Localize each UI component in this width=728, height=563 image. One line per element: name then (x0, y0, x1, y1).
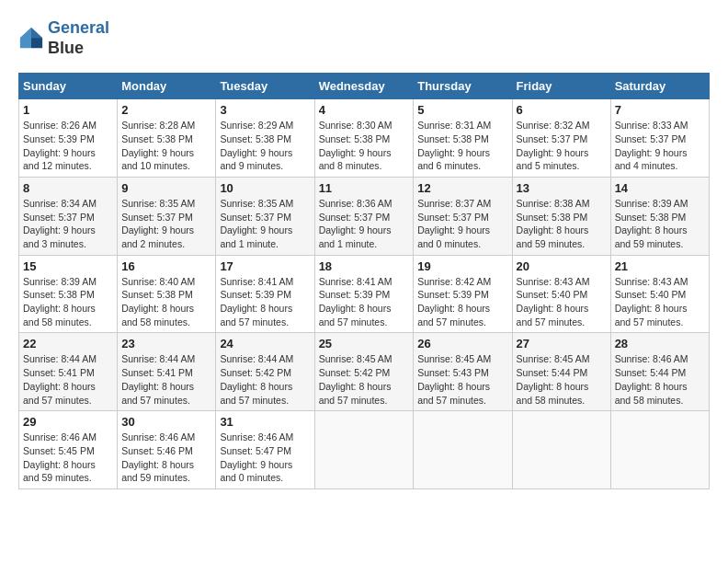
svg-marker-0 (31, 27, 42, 37)
day-number: 8 (23, 181, 113, 195)
day-info: Sunrise: 8:44 AMSunset: 5:41 PMDaylight:… (23, 352, 113, 407)
day-info: Sunrise: 8:46 AMSunset: 5:45 PMDaylight:… (23, 431, 113, 485)
page-header: GeneralBlue (18, 18, 710, 58)
calendar-cell: 9Sunrise: 8:35 AMSunset: 5:37 PMDaylight… (118, 177, 216, 255)
day-info: Sunrise: 8:39 AMSunset: 5:38 PMDaylight:… (23, 275, 113, 329)
calendar-cell: 10Sunrise: 8:35 AMSunset: 5:37 PMDayligh… (216, 177, 314, 255)
calendar-cell: 1Sunrise: 8:26 AMSunset: 5:39 PMDaylight… (19, 99, 118, 178)
calendar-cell: 31Sunrise: 8:46 AMSunset: 5:47 PMDayligh… (216, 411, 314, 489)
calendar-cell (414, 411, 512, 489)
calendar-cell (314, 411, 414, 489)
calendar-cell: 5Sunrise: 8:31 AMSunset: 5:38 PMDaylight… (414, 99, 512, 178)
day-number: 21 (615, 259, 705, 273)
calendar-cell: 28Sunrise: 8:46 AMSunset: 5:44 PMDayligh… (610, 333, 709, 411)
day-number: 7 (615, 103, 705, 117)
calendar-cell: 30Sunrise: 8:46 AMSunset: 5:46 PMDayligh… (118, 411, 216, 489)
day-number: 29 (23, 415, 113, 429)
day-header-thursday: Thursday (414, 74, 512, 99)
day-info: Sunrise: 8:26 AMSunset: 5:39 PMDaylight:… (23, 119, 113, 173)
day-number: 14 (615, 181, 705, 195)
day-number: 31 (220, 415, 310, 429)
day-number: 18 (319, 259, 410, 273)
day-info: Sunrise: 8:46 AMSunset: 5:47 PMDaylight:… (220, 431, 310, 485)
calendar-cell (610, 411, 709, 489)
svg-marker-1 (31, 38, 42, 48)
day-number: 24 (220, 337, 310, 350)
calendar-cell: 13Sunrise: 8:38 AMSunset: 5:38 PMDayligh… (512, 177, 610, 255)
day-number: 4 (319, 103, 410, 117)
day-info: Sunrise: 8:36 AMSunset: 5:37 PMDaylight:… (319, 197, 410, 251)
day-number: 10 (220, 181, 310, 195)
calendar-cell: 24Sunrise: 8:44 AMSunset: 5:42 PMDayligh… (216, 333, 314, 411)
day-number: 19 (417, 259, 507, 273)
day-number: 16 (121, 259, 211, 273)
logo-icon (18, 26, 44, 52)
calendar-cell: 22Sunrise: 8:44 AMSunset: 5:41 PMDayligh… (19, 333, 118, 411)
day-header-monday: Monday (118, 74, 216, 99)
day-header-tuesday: Tuesday (216, 74, 314, 99)
day-number: 12 (417, 181, 507, 195)
calendar-cell: 18Sunrise: 8:41 AMSunset: 5:39 PMDayligh… (314, 255, 414, 333)
day-number: 25 (319, 337, 410, 350)
day-info: Sunrise: 8:44 AMSunset: 5:42 PMDaylight:… (220, 352, 310, 407)
day-info: Sunrise: 8:44 AMSunset: 5:41 PMDaylight:… (121, 352, 211, 407)
svg-marker-2 (20, 27, 31, 47)
day-number: 23 (121, 337, 211, 350)
calendar-cell: 7Sunrise: 8:33 AMSunset: 5:37 PMDaylight… (610, 99, 709, 178)
calendar-cell: 8Sunrise: 8:34 AMSunset: 5:37 PMDaylight… (19, 177, 118, 255)
calendar-cell: 26Sunrise: 8:45 AMSunset: 5:43 PMDayligh… (414, 333, 512, 411)
calendar-cell: 23Sunrise: 8:44 AMSunset: 5:41 PMDayligh… (118, 333, 216, 411)
day-info: Sunrise: 8:45 AMSunset: 5:44 PMDaylight:… (517, 352, 607, 407)
day-number: 26 (417, 337, 507, 350)
day-info: Sunrise: 8:34 AMSunset: 5:37 PMDaylight:… (23, 197, 113, 251)
day-info: Sunrise: 8:46 AMSunset: 5:44 PMDaylight:… (615, 352, 705, 407)
day-info: Sunrise: 8:41 AMSunset: 5:39 PMDaylight:… (319, 275, 410, 329)
day-info: Sunrise: 8:45 AMSunset: 5:42 PMDaylight:… (319, 352, 410, 407)
calendar-cell: 6Sunrise: 8:32 AMSunset: 5:37 PMDaylight… (512, 99, 610, 178)
day-info: Sunrise: 8:31 AMSunset: 5:38 PMDaylight:… (417, 119, 507, 173)
calendar-cell: 12Sunrise: 8:37 AMSunset: 5:37 PMDayligh… (414, 177, 512, 255)
logo: GeneralBlue (18, 18, 109, 58)
day-info: Sunrise: 8:41 AMSunset: 5:39 PMDaylight:… (220, 275, 310, 329)
day-number: 15 (23, 259, 113, 273)
logo-text: GeneralBlue (48, 18, 109, 58)
day-header-wednesday: Wednesday (314, 74, 414, 99)
day-number: 17 (220, 259, 310, 273)
day-number: 6 (517, 103, 607, 117)
calendar-cell: 19Sunrise: 8:42 AMSunset: 5:39 PMDayligh… (414, 255, 512, 333)
day-number: 3 (220, 103, 310, 117)
calendar-cell: 15Sunrise: 8:39 AMSunset: 5:38 PMDayligh… (19, 255, 118, 333)
calendar-cell: 25Sunrise: 8:45 AMSunset: 5:42 PMDayligh… (314, 333, 414, 411)
calendar-cell: 21Sunrise: 8:43 AMSunset: 5:40 PMDayligh… (610, 255, 709, 333)
calendar-table: SundayMondayTuesdayWednesdayThursdayFrid… (18, 73, 710, 489)
day-info: Sunrise: 8:43 AMSunset: 5:40 PMDaylight:… (517, 275, 607, 329)
day-number: 28 (615, 337, 705, 350)
day-info: Sunrise: 8:38 AMSunset: 5:38 PMDaylight:… (517, 197, 607, 251)
calendar-cell: 17Sunrise: 8:41 AMSunset: 5:39 PMDayligh… (216, 255, 314, 333)
day-number: 11 (319, 181, 410, 195)
calendar-cell: 2Sunrise: 8:28 AMSunset: 5:38 PMDaylight… (118, 99, 216, 178)
day-info: Sunrise: 8:45 AMSunset: 5:43 PMDaylight:… (417, 352, 507, 407)
calendar-cell (512, 411, 610, 489)
day-info: Sunrise: 8:30 AMSunset: 5:38 PMDaylight:… (319, 119, 410, 173)
calendar-cell: 11Sunrise: 8:36 AMSunset: 5:37 PMDayligh… (314, 177, 414, 255)
day-info: Sunrise: 8:28 AMSunset: 5:38 PMDaylight:… (121, 119, 211, 173)
calendar-cell: 4Sunrise: 8:30 AMSunset: 5:38 PMDaylight… (314, 99, 414, 178)
day-number: 5 (417, 103, 507, 117)
day-number: 13 (517, 181, 607, 195)
day-number: 9 (121, 181, 211, 195)
calendar-cell: 3Sunrise: 8:29 AMSunset: 5:38 PMDaylight… (216, 99, 314, 178)
day-info: Sunrise: 8:37 AMSunset: 5:37 PMDaylight:… (417, 197, 507, 251)
calendar-cell: 14Sunrise: 8:39 AMSunset: 5:38 PMDayligh… (610, 177, 709, 255)
day-number: 1 (23, 103, 113, 117)
day-info: Sunrise: 8:32 AMSunset: 5:37 PMDaylight:… (517, 119, 607, 173)
day-number: 2 (121, 103, 211, 117)
day-number: 27 (517, 337, 607, 350)
day-header-friday: Friday (512, 74, 610, 99)
calendar-cell: 27Sunrise: 8:45 AMSunset: 5:44 PMDayligh… (512, 333, 610, 411)
day-header-saturday: Saturday (610, 74, 709, 99)
day-info: Sunrise: 8:35 AMSunset: 5:37 PMDaylight:… (220, 197, 310, 251)
day-info: Sunrise: 8:29 AMSunset: 5:38 PMDaylight:… (220, 119, 310, 173)
day-number: 22 (23, 337, 113, 350)
day-number: 30 (121, 415, 211, 429)
